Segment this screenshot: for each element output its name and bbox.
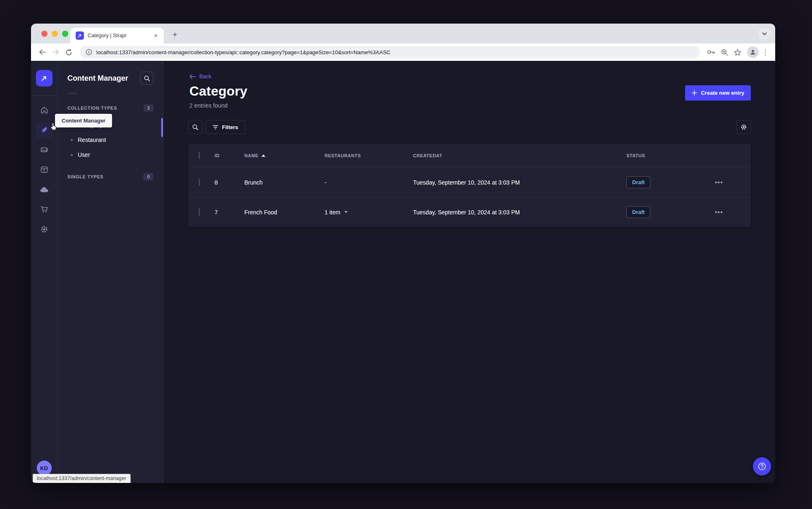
user-avatar[interactable]: KD xyxy=(37,461,52,475)
cell-name: French Food xyxy=(244,209,325,216)
subnav-item-user[interactable]: User xyxy=(57,147,163,162)
column-header-status[interactable]: STATUS xyxy=(626,153,709,158)
subnav-item-label: User xyxy=(78,151,90,158)
strapi-logo[interactable] xyxy=(36,70,53,86)
browser-tab[interactable]: Category | Strapi × xyxy=(70,28,164,43)
browser-status-bar: localhost:1337/admin/content-manager xyxy=(33,474,131,483)
browser-menu-kebab-icon[interactable]: ⋮ xyxy=(761,48,769,57)
cell-restaurants: - xyxy=(325,179,413,186)
sidebar-item-cloud[interactable] xyxy=(36,182,53,197)
subnav-item-label: Restaurant xyxy=(78,137,106,143)
url-bar[interactable]: localhost:1337/admin/content-manager/col… xyxy=(80,46,700,58)
table-row[interactable]: 8 Brunch - Tuesday, September 10, 2024 a… xyxy=(188,167,751,197)
strapi-app: KD Content Manager COLLECTION TYPES 3 xyxy=(31,61,775,483)
back-link[interactable]: Back xyxy=(189,73,775,79)
cell-id: 7 xyxy=(215,209,244,216)
cell-restaurants[interactable]: 1 item xyxy=(325,209,413,216)
subnav-title: Content Manager xyxy=(67,74,128,83)
filter-icon xyxy=(213,125,218,130)
main-content: Back Category 2 entries found Create new… xyxy=(163,61,775,483)
column-header-createdat[interactable]: CREATEDAT xyxy=(413,153,626,158)
bullet-icon xyxy=(71,154,73,156)
filters-label: Filters xyxy=(222,124,238,130)
collection-types-label: COLLECTION TYPES xyxy=(67,106,117,110)
bookmark-star-icon[interactable] xyxy=(732,47,743,58)
row-actions-menu[interactable]: ••• xyxy=(715,179,723,186)
tab-title: Category | Strapi xyxy=(88,33,148,38)
zoom-page-icon[interactable] xyxy=(719,47,730,58)
status-badge: Draft xyxy=(626,176,650,188)
sidebar-item-media-library[interactable] xyxy=(36,142,53,158)
entries-table: ID NAME RESTAURANTS CREATEDAT STATUS 8 B… xyxy=(188,144,751,227)
cell-name: Brunch xyxy=(244,179,325,186)
select-all-checkbox[interactable] xyxy=(199,151,200,159)
sidebar-item-marketplace[interactable] xyxy=(36,202,53,217)
rail-divider xyxy=(31,95,57,96)
subnav-item-restaurant[interactable]: Restaurant xyxy=(57,132,163,147)
subnav-search-button[interactable] xyxy=(140,72,153,85)
column-header-id[interactable]: ID xyxy=(215,153,244,158)
column-header-restaurants[interactable]: RESTAURANTS xyxy=(325,153,413,158)
tab-search-chevron-icon[interactable] xyxy=(759,29,770,39)
sidebar-item-home[interactable] xyxy=(36,102,53,118)
url-text: localhost:1337/admin/content-manager/col… xyxy=(96,49,390,55)
forward-nav-icon[interactable] xyxy=(50,47,61,58)
help-button[interactable] xyxy=(753,457,771,475)
new-tab-button[interactable]: + xyxy=(170,29,180,40)
content-manager-tooltip: Content Manager xyxy=(55,114,112,127)
minimize-window-button[interactable] xyxy=(52,31,58,37)
sidebar-item-content-manager[interactable] xyxy=(36,122,53,138)
browser-tab-strip: Category | Strapi × + xyxy=(31,24,775,43)
question-mark-icon xyxy=(757,462,767,471)
close-window-button[interactable] xyxy=(41,31,48,37)
collection-types-count-badge: 3 xyxy=(143,104,153,112)
single-types-count-badge: 0 xyxy=(143,173,153,180)
single-types-label: SINGLE TYPES xyxy=(67,174,103,179)
strapi-favicon-icon xyxy=(76,31,84,40)
bullet-icon xyxy=(71,139,73,141)
search-icon xyxy=(192,124,198,130)
row-checkbox[interactable] xyxy=(199,178,200,186)
status-badge: Draft xyxy=(626,206,650,218)
create-new-entry-button[interactable]: Create new entry xyxy=(685,85,751,101)
browser-profile-avatar[interactable] xyxy=(747,46,759,58)
row-checkbox[interactable] xyxy=(199,208,200,216)
sort-ascending-icon xyxy=(261,154,265,157)
cell-createdat: Tuesday, September 10, 2024 at 3:03 PM xyxy=(413,179,626,186)
subnav-divider xyxy=(67,93,77,94)
gear-icon xyxy=(740,124,747,130)
mouse-cursor-hand-icon xyxy=(50,122,58,131)
sidebar-item-content-type-builder[interactable] xyxy=(36,162,53,178)
table-row[interactable]: 7 French Food 1 item Tuesday, September … xyxy=(188,197,751,227)
entries-count: 2 entries found xyxy=(189,102,247,109)
back-label: Back xyxy=(199,73,211,79)
filters-button[interactable]: Filters xyxy=(205,120,245,134)
browser-toolbar: localhost:1337/admin/content-manager/col… xyxy=(31,43,775,61)
site-info-icon[interactable] xyxy=(86,49,92,55)
tab-close-icon[interactable]: × xyxy=(152,32,160,39)
back-nav-icon[interactable] xyxy=(37,47,48,58)
create-new-entry-label: Create new entry xyxy=(701,90,744,96)
password-key-icon[interactable] xyxy=(706,47,716,58)
plus-icon xyxy=(692,90,697,96)
traffic-lights xyxy=(41,31,68,37)
cell-restaurants-label: 1 item xyxy=(325,209,340,216)
sidebar-item-settings[interactable] xyxy=(36,221,53,237)
arrow-left-icon xyxy=(189,74,196,79)
table-header-row: ID NAME RESTAURANTS CREATEDAT STATUS xyxy=(188,144,751,167)
reload-icon[interactable] xyxy=(63,47,74,58)
zoom-window-button[interactable] xyxy=(62,31,68,37)
table-search-button[interactable] xyxy=(188,120,202,134)
active-item-indicator xyxy=(161,118,163,137)
row-actions-menu[interactable]: ••• xyxy=(715,209,723,216)
column-header-name[interactable]: NAME xyxy=(244,153,325,158)
browser-window: Category | Strapi × + localhost:1337/adm… xyxy=(31,24,775,483)
cell-id: 8 xyxy=(215,179,244,186)
view-settings-button[interactable] xyxy=(737,120,751,134)
page-title: Category xyxy=(189,84,247,99)
cell-createdat: Tuesday, September 10, 2024 at 3:03 PM xyxy=(413,209,626,216)
chevron-down-icon xyxy=(344,211,348,213)
